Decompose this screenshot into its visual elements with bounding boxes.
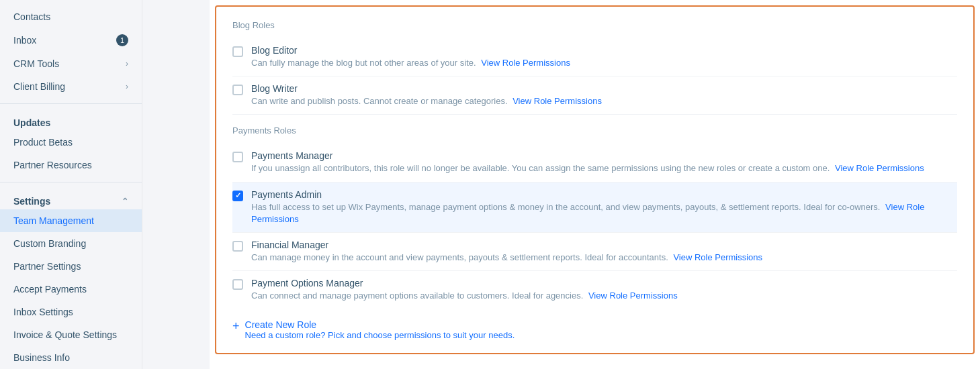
payments-roles-label: Payments Roles bbox=[232, 125, 957, 136]
sidebar-item-partner-resources[interactable]: Partner Resources bbox=[0, 154, 142, 176]
sidebar-item-label: Accept Payments bbox=[13, 284, 87, 295]
role-payment-options-manager: Payment Options Manager Can connect and … bbox=[232, 271, 957, 309]
sidebar-item-invoice-quote-settings[interactable]: Invoice & Quote Settings bbox=[0, 323, 142, 346]
role-name: Payment Options Manager bbox=[251, 278, 957, 288]
role-blog-editor: Blog Editor Can fully manage the blog bu… bbox=[232, 38, 957, 76]
sidebar-item-label: Custom Branding bbox=[13, 238, 86, 249]
sidebar-item-custom-branding[interactable]: Custom Branding bbox=[0, 232, 142, 255]
sidebar-item-label: Inbox Settings bbox=[13, 307, 73, 317]
sidebar-divider bbox=[0, 182, 142, 182]
role-name: Blog Writer bbox=[251, 83, 957, 94]
sidebar-item-crm-tools[interactable]: CRM Tools › bbox=[0, 52, 142, 75]
role-desc: Can manage money in the account and view… bbox=[251, 252, 957, 264]
chevron-up-icon: ⌃ bbox=[122, 197, 128, 206]
spacer bbox=[142, 0, 210, 369]
checkbox-unchecked-icon[interactable] bbox=[232, 85, 243, 95]
blog-editor-checkbox[interactable] bbox=[232, 46, 243, 57]
sidebar-item-client-billing[interactable]: Client Billing › bbox=[0, 75, 142, 98]
role-desc: If you unassign all contributors, this r… bbox=[251, 162, 957, 174]
checkbox-checked-icon[interactable] bbox=[232, 191, 243, 201]
create-new-role-section[interactable]: + Create New Role Need a custom role? Pi… bbox=[232, 319, 957, 340]
sidebar-item-contacts[interactable]: Contacts bbox=[0, 5, 142, 28]
role-payments-admin: Payments Admin Has full access to set up… bbox=[232, 182, 957, 233]
sidebar-item-label: Business Info bbox=[13, 352, 70, 363]
role-desc: Can fully manage the blog but not other … bbox=[251, 57, 957, 69]
sidebar-item-business-info[interactable]: Business Info bbox=[0, 346, 142, 369]
checkbox-unchecked-icon[interactable] bbox=[232, 279, 243, 290]
create-role-subtitle: Need a custom role? Pick and choose perm… bbox=[245, 330, 515, 340]
create-role-title[interactable]: Create New Role bbox=[245, 319, 515, 330]
role-payments-manager: Payments Manager If you unassign all con… bbox=[232, 144, 957, 182]
sidebar-item-label: Product Betas bbox=[13, 137, 73, 148]
sidebar-item-label: CRM Tools bbox=[13, 58, 59, 69]
role-financial-manager: Financial Manager Can manage money in th… bbox=[232, 233, 957, 271]
sidebar-divider bbox=[0, 103, 142, 104]
payment-options-manager-checkbox[interactable] bbox=[232, 279, 243, 290]
view-role-permissions-link[interactable]: View Role Permissions bbox=[481, 58, 570, 68]
view-role-permissions-link[interactable]: View Role Permissions bbox=[835, 163, 924, 173]
blog-roles-label: Blog Roles bbox=[232, 20, 957, 30]
sidebar-item-inbox[interactable]: Inbox 1 bbox=[0, 28, 142, 52]
view-role-permissions-link[interactable]: View Role Permissions bbox=[588, 291, 678, 301]
sidebar-item-label: Inbox bbox=[13, 35, 36, 46]
sidebar-item-inbox-settings[interactable]: Inbox Settings bbox=[0, 301, 142, 323]
role-name: Payments Admin bbox=[251, 189, 957, 200]
main-content: Blog Roles Blog Editor Can fully manage … bbox=[210, 0, 980, 369]
view-role-permissions-link[interactable]: View Role Permissions bbox=[673, 252, 762, 262]
sidebar-item-label: Team Management bbox=[13, 215, 94, 226]
role-desc: Can write and publish posts. Cannot crea… bbox=[251, 95, 957, 107]
checkbox-unchecked-icon[interactable] bbox=[232, 241, 243, 252]
roles-content-box: Blog Roles Blog Editor Can fully manage … bbox=[215, 5, 975, 354]
payments-section: Payments Roles Payments Manager If you u… bbox=[232, 125, 957, 309]
payments-admin-checkbox[interactable] bbox=[232, 191, 243, 201]
chevron-right-icon: › bbox=[126, 82, 128, 91]
sidebar-item-label: Partner Resources bbox=[13, 160, 92, 170]
payments-manager-checkbox[interactable] bbox=[232, 152, 243, 162]
checkbox-unchecked-icon[interactable] bbox=[232, 152, 243, 162]
sidebar-item-label: Contacts bbox=[13, 11, 50, 22]
sidebar-item-label: Invoice & Quote Settings bbox=[13, 329, 117, 340]
role-name: Payments Manager bbox=[251, 150, 957, 161]
sidebar-item-team-management[interactable]: Team Management bbox=[0, 209, 142, 232]
role-name: Financial Manager bbox=[251, 240, 957, 250]
role-name: Blog Editor bbox=[251, 45, 957, 56]
chevron-right-icon: › bbox=[126, 59, 128, 68]
sidebar-item-label: Partner Settings bbox=[13, 261, 81, 272]
sidebar-item-product-betas[interactable]: Product Betas bbox=[0, 131, 142, 154]
role-desc: Can connect and manage payment options a… bbox=[251, 290, 957, 302]
sidebar: Contacts Inbox 1 CRM Tools › Client Bill… bbox=[0, 0, 142, 369]
updates-section-label: Updates bbox=[0, 109, 142, 131]
blog-writer-checkbox[interactable] bbox=[232, 85, 243, 95]
settings-section-label[interactable]: Settings ⌃ bbox=[0, 188, 142, 209]
sidebar-item-label: Client Billing bbox=[13, 81, 65, 92]
sidebar-item-accept-payments[interactable]: Accept Payments bbox=[0, 278, 142, 301]
role-blog-writer: Blog Writer Can write and publish posts.… bbox=[232, 76, 957, 115]
plus-icon: + bbox=[232, 319, 240, 334]
inbox-badge: 1 bbox=[116, 34, 128, 46]
view-role-permissions-link[interactable]: View Role Permissions bbox=[513, 96, 602, 106]
financial-manager-checkbox[interactable] bbox=[232, 241, 243, 252]
role-desc: Has full access to set up Wix Payments, … bbox=[251, 201, 957, 225]
sidebar-item-partner-settings[interactable]: Partner Settings bbox=[0, 255, 142, 278]
checkbox-unchecked-icon[interactable] bbox=[232, 46, 243, 57]
